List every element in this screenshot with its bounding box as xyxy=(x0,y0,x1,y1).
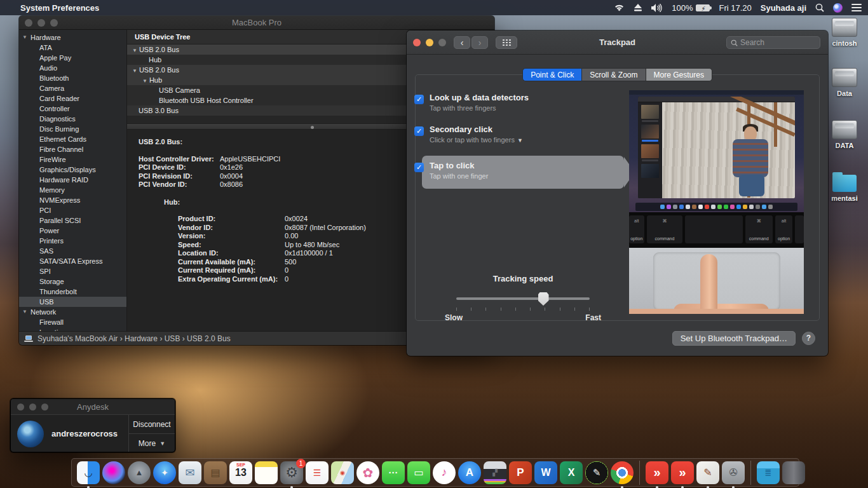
dock-powerpoint-icon[interactable]: P xyxy=(509,461,532,484)
dock-launchpad-icon[interactable]: ▲ xyxy=(128,461,151,484)
dock-finder-icon[interactable]: ◡ xyxy=(77,461,100,484)
volume-icon[interactable] xyxy=(651,4,663,12)
dock-trash-icon[interactable] xyxy=(782,461,805,484)
dock-video-editor-icon[interactable]: ▞ xyxy=(484,461,506,484)
sidebar-item-power[interactable]: Power xyxy=(19,226,126,236)
sidebar-item-camera[interactable]: Camera xyxy=(19,83,126,93)
notification-center-icon[interactable] xyxy=(851,4,862,11)
tracking-speed-slider[interactable] xyxy=(456,292,590,306)
desktop-icon-data[interactable]: DATA xyxy=(824,120,865,149)
dock-system-preferences-icon[interactable]: ⚙1 xyxy=(280,461,303,484)
dock-maps-icon[interactable]: ◉ xyxy=(331,461,354,484)
anydesk-titlebar[interactable]: Anydesk xyxy=(11,399,175,415)
slider-min-label: Slow xyxy=(445,313,463,322)
desktop-icon-cintosh[interactable]: cintosh xyxy=(824,18,865,47)
disclosure-triangle-icon[interactable]: ▼ xyxy=(132,48,137,53)
dock-photos-icon[interactable]: ✿ xyxy=(356,461,379,484)
dock-notes-icon[interactable] xyxy=(255,461,278,484)
sidebar-item-usb[interactable]: USB xyxy=(19,297,126,307)
help-button[interactable]: ? xyxy=(802,332,815,345)
more-button[interactable]: More ▼ xyxy=(129,434,175,452)
tab-point-click[interactable]: Point & Click xyxy=(522,68,582,81)
sidebar-item-storage[interactable]: Storage xyxy=(19,276,126,287)
tab-more-gestures[interactable]: More Gestures xyxy=(646,68,712,81)
sidebar-item-ata[interactable]: ATA xyxy=(19,43,126,53)
checkbox-checked-icon[interactable]: ✓ xyxy=(414,95,424,104)
sidebar-item-sata-sata-express[interactable]: SATA/SATA Express xyxy=(19,256,126,266)
dock-app-store-icon[interactable]: A xyxy=(458,461,481,484)
sidebar-item-graphics-displays[interactable]: Graphics/Displays xyxy=(19,165,126,175)
dock-system-information-icon[interactable]: ✇ xyxy=(722,461,745,484)
dock-itunes-icon[interactable]: ♪ xyxy=(433,461,456,484)
search-field[interactable] xyxy=(726,36,820,49)
disclosure-triangle-icon[interactable]: ▼ xyxy=(22,32,27,43)
sidebar-item-apple-pay[interactable]: Apple Pay xyxy=(19,53,126,63)
sidebar-item-controller[interactable]: Controller xyxy=(19,104,126,114)
wifi-icon[interactable] xyxy=(614,4,625,12)
eject-icon[interactable] xyxy=(634,4,642,11)
chevron-down-icon[interactable]: ▼ xyxy=(517,137,523,144)
dock-word-icon[interactable]: W xyxy=(534,461,557,484)
trackpad-titlebar[interactable]: ‹ › Trackpad xyxy=(407,30,828,55)
sidebar-item-memory[interactable]: Memory xyxy=(19,185,126,195)
disclosure-triangle-icon[interactable]: ▼ xyxy=(142,78,147,84)
checkbox-checked-icon[interactable]: ✓ xyxy=(414,163,424,172)
sidebar-item-diagnostics[interactable]: Diagnostics xyxy=(19,114,126,124)
sidebar-item-printers[interactable]: Printers xyxy=(19,236,126,246)
spotlight-icon[interactable] xyxy=(815,3,824,12)
sidebar-item-nvmexpress[interactable]: NVMExpress xyxy=(19,195,126,205)
sidebar-item-thunderbolt[interactable]: Thunderbolt xyxy=(19,287,126,297)
slider-track[interactable] xyxy=(456,297,590,300)
dock-siri-icon[interactable] xyxy=(102,461,125,484)
battery-indicator[interactable]: 100% ⚡ xyxy=(672,3,710,13)
dock-anydesk-icon[interactable]: » xyxy=(646,461,668,484)
dock-chrome-icon[interactable] xyxy=(611,461,634,484)
sidebar-section-hardware[interactable]: ▼Hardware xyxy=(19,32,126,43)
sidebar-item-hardware-raid[interactable]: Hardware RAID xyxy=(19,175,126,185)
dock-coreldraw-icon[interactable]: ✎ xyxy=(585,461,608,484)
sidebar-item-firewall[interactable]: Firewall xyxy=(19,317,126,327)
desktop-icon-data[interactable]: Data xyxy=(824,68,865,97)
sysinfo-sidebar: ▼HardwareATAApple PayAudioBluetoothCamer… xyxy=(19,30,127,331)
dock-messages-icon[interactable]: ··· xyxy=(382,461,405,484)
dock-downloads-icon[interactable]: ≣ xyxy=(757,461,780,484)
sidebar-item-sas[interactable]: SAS xyxy=(19,246,126,256)
sidebar-item-pci[interactable]: PCI xyxy=(19,205,126,215)
menu-app-name[interactable]: System Preferences xyxy=(20,3,99,13)
dock-anydesk-2-icon[interactable]: » xyxy=(671,461,694,484)
sidebar-item-fibre-channel[interactable]: Fibre Channel xyxy=(19,144,126,154)
dock-facetime-icon[interactable]: ▭ xyxy=(407,461,430,484)
sidebar-item-spi[interactable]: SPI xyxy=(19,266,126,276)
menu-clock[interactable]: Fri 17.20 xyxy=(719,3,751,13)
setup-bluetooth-trackpad-button[interactable]: Set Up Bluetooth Trackpad… xyxy=(672,331,796,346)
menu-user[interactable]: Syuhada aji xyxy=(761,3,806,13)
dock-mail-icon[interactable]: ✉ xyxy=(179,461,201,484)
sidebar-item-audio[interactable]: Audio xyxy=(19,63,126,73)
dock-script-editor-icon[interactable]: ✎ xyxy=(696,461,719,484)
dock-reminders-icon[interactable]: ☰ xyxy=(306,461,329,484)
dock-contacts-icon[interactable]: ▤ xyxy=(204,461,227,484)
sidebar-item-card-reader[interactable]: Card Reader xyxy=(19,93,126,104)
disconnect-button[interactable]: Disconnect xyxy=(129,415,175,434)
slider-thumb[interactable] xyxy=(538,292,549,306)
sidebar-item-disc-burning[interactable]: Disc Burning xyxy=(19,124,126,134)
sysinfo-titlebar[interactable]: MacBook Pro xyxy=(19,16,494,30)
sidebar-item-parallel-scsi[interactable]: Parallel SCSI xyxy=(19,215,126,226)
search-input[interactable] xyxy=(740,38,810,47)
disclosure-triangle-icon[interactable]: ▼ xyxy=(132,68,137,74)
breadcrumb: Syuhada's MacBook Air › Hardware › USB ›… xyxy=(37,334,231,343)
disclosure-triangle-icon[interactable]: ▼ xyxy=(22,307,27,317)
desktop-icon-mentasi[interactable]: mentasi xyxy=(824,173,865,202)
sidebar-item-ethernet-cards[interactable]: Ethernet Cards xyxy=(19,134,126,144)
sidebar-item-bluetooth[interactable]: Bluetooth xyxy=(19,73,126,83)
tab-scroll-zoom[interactable]: Scroll & Zoom xyxy=(582,68,646,81)
checkbox-checked-icon[interactable]: ✓ xyxy=(414,126,424,136)
menu-bar: System Preferences 100% ⚡ Fri 17.20 Syuh… xyxy=(0,0,868,15)
sidebar-section-network[interactable]: ▼Network xyxy=(19,307,126,317)
dock-calendar-icon[interactable]: SEP13 xyxy=(229,461,252,484)
sidebar-item-locations[interactable]: Locations xyxy=(19,327,126,331)
sidebar-item-firewire[interactable]: FireWire xyxy=(19,154,126,165)
dock-excel-icon[interactable]: X xyxy=(560,461,583,484)
siri-icon[interactable] xyxy=(833,3,843,13)
dock-safari-icon[interactable]: ✦ xyxy=(153,461,176,484)
